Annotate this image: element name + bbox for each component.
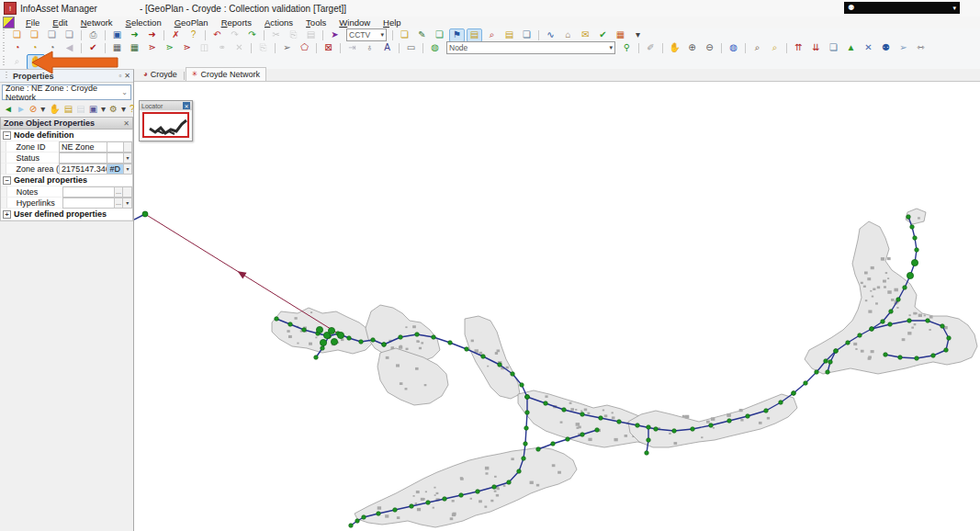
world-icon[interactable]: ◍ [726,41,741,55]
merge-icon[interactable]: ◫ [197,41,212,55]
flag-cell[interactable] [107,153,124,164]
vertices-icon[interactable]: ♁ [362,41,377,55]
ellipsis-button[interactable]: ... [115,198,124,209]
menu-edit[interactable]: Edit [46,17,73,28]
trace-down-icon[interactable]: ⇊ [808,41,824,55]
clear-trace-icon[interactable]: ✕ [861,41,876,55]
validate-check-icon[interactable]: ✔ [85,41,101,55]
join-split-icon[interactable]: ⋗ [179,41,195,55]
close-section-icon[interactable]: ✕ [123,119,130,128]
ellipsis-button[interactable]: ... [115,186,124,198]
lock-icon[interactable]: ⚭ [214,41,230,55]
property-category-general-properties[interactable]: −General properties [1,175,132,186]
locate-icon[interactable]: ⌂ [560,28,576,42]
time-cost-icon[interactable]: ◔ [44,41,60,55]
span-icon[interactable]: ⇿ [913,41,929,55]
report-icon[interactable]: ▤ [501,28,517,42]
window-icon[interactable]: ❏ [519,28,535,42]
field-value[interactable] [62,186,114,198]
toolbar-grip[interactable] [2,29,6,40]
find-icon[interactable]: ⌕ [484,28,500,42]
toolbar-grip[interactable] [2,42,6,53]
blank-doc-icon[interactable]: ▤ [75,103,85,117]
user-selector[interactable]: ⚉ ▾ [844,2,960,14]
paste-icon[interactable]: ▤ [303,28,319,42]
trace-up-icon[interactable]: ⇈ [791,41,806,55]
theme-caret[interactable]: ▾ [630,28,646,42]
new-object-icon[interactable]: ◍ [427,41,443,55]
undo-icon[interactable]: ↶ [209,28,225,42]
locator-window[interactable]: Locator ✕ [139,100,193,141]
cut-icon[interactable]: ✂ [268,28,284,42]
save-props-icon[interactable]: ▣ [88,103,98,117]
menu-network[interactable]: Network [74,17,119,28]
tab-croyde-network[interactable]: ✳Croyde Network [186,67,266,81]
find-asset-icon[interactable]: ⌕ [749,41,765,55]
check-theme-icon[interactable]: ✔ [595,28,611,42]
menu-window[interactable]: Window [332,17,377,28]
pointer-icon[interactable]: ➢ [279,41,295,55]
flags-toggle-icon[interactable]: ⚑ [449,28,465,42]
collapse-icon[interactable]: − [3,131,11,140]
menu-tools[interactable]: Tools [299,17,332,28]
grid-view-icon[interactable]: ▦ [127,41,142,55]
measure-icon[interactable]: ▭ [403,41,419,55]
select-hand-small-icon[interactable]: ✋ [48,103,61,117]
node-type-combo[interactable]: Node▾ [446,41,615,54]
trace-window-icon[interactable]: ❏ [826,41,841,55]
save-props-caret[interactable]: ▾ [100,103,107,117]
no-entry-caret[interactable]: ▾ [39,103,46,117]
delete-icon[interactable]: ✕ [231,41,247,55]
field-value[interactable]: 2175147.346 [59,164,107,175]
select-trace-icon[interactable]: ➢ [896,41,911,55]
redo-branch-icon[interactable]: ↷ [244,28,260,42]
collapse-icon[interactable]: − [3,176,11,185]
commit-changes-icon[interactable]: ❏ [27,28,42,42]
flag-select-icon[interactable]: ➤ [327,28,343,42]
menu-selection[interactable]: Selection [119,17,168,28]
label-icon[interactable]: A [379,41,395,55]
field-value[interactable] [59,153,107,164]
property-category-node-definition[interactable]: −Node definition [1,130,132,141]
cctv-combo[interactable]: CCTV▾ [346,28,387,41]
flag-cell[interactable]: #D [107,164,124,175]
field-value[interactable]: NE Zone [59,141,107,153]
panel-grip[interactable] [5,72,9,80]
trace-person-icon[interactable]: ⚉ [878,41,894,55]
graph-icon[interactable]: ∿ [543,28,558,42]
notes-doc-icon[interactable]: ▤ [63,103,73,117]
trace-settings-icon[interactable]: ⌕ [9,55,25,69]
select-polygon-icon[interactable]: ⬠ [297,41,312,55]
join-red-icon[interactable]: ⋗ [144,41,160,55]
audio-icon[interactable]: ◀ [62,41,77,55]
tools-caret[interactable]: ▾ [120,103,127,117]
menu-help[interactable]: Help [377,17,408,28]
close-database-icon[interactable]: ❏ [62,28,77,42]
dropdown-button[interactable]: ▾ [123,198,132,209]
copy-gray-icon[interactable]: ⎘ [255,41,271,55]
zoom-out-icon[interactable]: ⊖ [702,41,717,55]
save-icon[interactable]: ▣ [109,28,125,42]
select-hand-icon[interactable]: ✋ [27,54,45,70]
menu-actions[interactable]: Actions [258,17,299,28]
redo-icon[interactable]: ↷ [227,28,242,42]
mail-icon[interactable]: ✉ [578,28,593,42]
object-selector-combo[interactable]: Zone : NE Zone : Croyde Network ⌄ [2,85,131,100]
property-category-user-defined-properties[interactable]: +User defined properties [1,209,132,220]
rename-icon[interactable]: ✎ [414,28,430,42]
trace-up2-icon[interactable]: ▲ [843,41,859,55]
validate-icon[interactable]: ✗ [168,28,184,42]
locator-titlebar[interactable]: Locator ✕ [140,101,192,110]
open-database-icon[interactable]: ❏ [44,28,60,42]
theme-grid-icon[interactable]: ▦ [613,28,628,42]
locator-close-icon[interactable]: ✕ [183,102,190,109]
float-panel-icon[interactable]: ▫ [118,72,121,80]
flag-cell[interactable] [107,141,124,153]
pan-icon[interactable]: ✋ [667,41,682,55]
digitise-icon[interactable]: ✐ [643,41,659,55]
network-map-canvas[interactable] [134,82,980,531]
menu-geoplan[interactable]: GeoPlan [168,17,215,28]
join-green-icon[interactable]: ⋗ [162,41,177,55]
toolbar-grip[interactable] [2,56,6,67]
survey-icon[interactable]: ⌕ [767,41,783,55]
